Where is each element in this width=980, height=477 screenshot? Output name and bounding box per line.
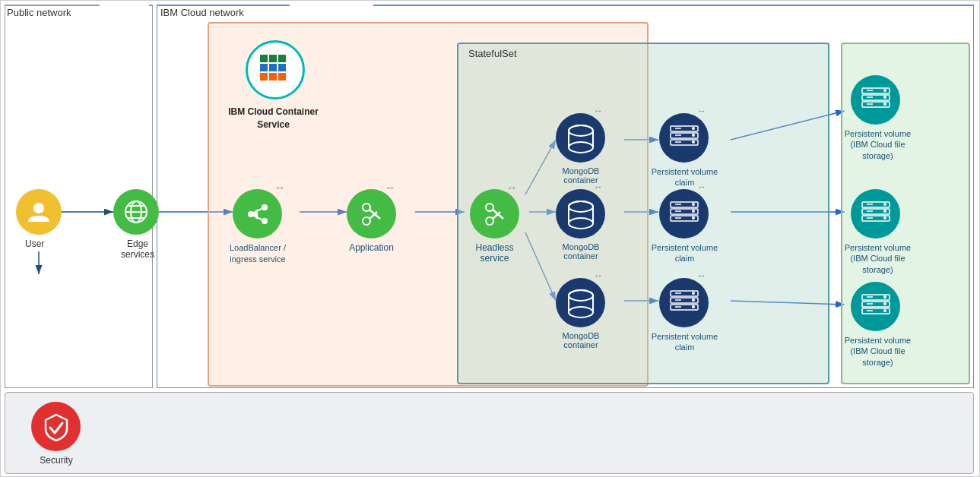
svg-point-81 — [692, 216, 695, 220]
app-resize-icon: ↔ — [385, 182, 395, 194]
svg-point-108 — [883, 216, 886, 220]
svg-point-43 — [486, 217, 493, 225]
mongodb2-resize: ↔ — [594, 182, 603, 192]
public-network-top-right — [149, 5, 153, 6]
ibm-cloud-label: IBM Cloud network — [160, 7, 244, 18]
svg-rect-21 — [278, 64, 286, 71]
headless-service-label: Headless service — [462, 242, 527, 264]
user-icon — [16, 189, 62, 235]
svg-rect-16 — [260, 55, 268, 62]
svg-point-71 — [692, 134, 695, 137]
statefulset-label: StatefulSet — [468, 48, 517, 59]
public-network-top-left — [5, 5, 100, 6]
svg-rect-24 — [278, 73, 286, 81]
pvc3-icon — [659, 278, 709, 327]
loadbalancer-label: LoadBalancer / ingress service — [220, 242, 296, 266]
svg-point-115 — [883, 295, 886, 299]
mongodb2-icon — [556, 189, 605, 238]
svg-point-89 — [692, 299, 695, 302]
public-network-label: Public network — [7, 7, 71, 18]
svg-point-107 — [883, 210, 886, 213]
svg-rect-19 — [260, 64, 268, 71]
pv2-label: Persistent volume (IBM Cloud file storag… — [842, 242, 914, 275]
mongodb1-resize: ↔ — [594, 106, 603, 116]
ibm-cs-icon — [246, 40, 305, 100]
svg-point-98 — [883, 96, 886, 99]
headless-resize-icon: ↔ — [506, 182, 517, 194]
svg-point-38 — [363, 204, 370, 211]
pvc2-icon — [659, 189, 709, 238]
pv3-icon — [851, 282, 900, 331]
svg-point-33 — [262, 218, 268, 224]
svg-rect-59 — [569, 295, 593, 312]
ibm-cs-label: IBM Cloud Container Service — [218, 106, 328, 131]
svg-point-72 — [692, 141, 695, 144]
svg-point-90 — [692, 305, 695, 308]
pvc1-resize: ↔ — [697, 106, 706, 116]
svg-rect-22 — [260, 73, 268, 81]
svg-point-80 — [692, 210, 695, 213]
mongodb1-label: MongoDB container — [547, 166, 615, 185]
pvc3-resize: ↔ — [697, 270, 706, 281]
edge-services-icon — [113, 189, 159, 235]
pv1-label: Persistent volume (IBM Cloud file storag… — [842, 128, 914, 161]
headless-service-icon — [470, 189, 519, 238]
security-icon — [31, 402, 81, 451]
security-label: Security — [33, 455, 79, 466]
lb-resize-icon: ↔ — [274, 182, 285, 194]
svg-point-70 — [692, 127, 695, 130]
svg-point-97 — [883, 89, 886, 92]
pvc1-icon — [659, 113, 709, 163]
svg-point-106 — [883, 203, 886, 206]
svg-point-117 — [883, 309, 886, 312]
svg-point-79 — [692, 203, 695, 206]
ibm-cloud-top-right — [373, 5, 974, 6]
svg-rect-23 — [269, 73, 277, 81]
svg-point-116 — [883, 302, 886, 305]
svg-point-99 — [883, 103, 886, 106]
ibm-cloud-top-left — [157, 5, 290, 6]
mongodb3-icon — [556, 278, 605, 327]
svg-point-31 — [248, 211, 254, 217]
loadbalancer-icon — [233, 189, 282, 238]
pv2-icon — [851, 189, 900, 238]
svg-point-25 — [33, 203, 44, 213]
svg-rect-20 — [269, 64, 277, 71]
pvc1-label: Persistent volume claim — [649, 166, 721, 188]
pvc2-label: Persistent volume claim — [649, 242, 721, 264]
security-region — [5, 392, 974, 474]
diagram-container: Public network IBM Cloud network Statefu… — [0, 0, 980, 477]
svg-point-39 — [363, 217, 370, 225]
pvc2-resize: ↔ — [697, 182, 706, 192]
svg-point-42 — [486, 204, 493, 211]
application-label: Application — [347, 242, 396, 253]
svg-point-88 — [692, 292, 695, 295]
pvc3-label: Persistent volume claim — [649, 331, 721, 353]
edge-services-label: Edge services — [111, 238, 164, 260]
svg-rect-53 — [569, 207, 593, 223]
user-label: User — [25, 238, 44, 249]
mongodb3-label: MongoDB container — [547, 331, 615, 349]
pv3-label: Persistent volume (IBM Cloud file storag… — [842, 335, 914, 368]
application-icon — [347, 189, 396, 238]
svg-marker-37 — [254, 213, 257, 218]
mongodb3-resize: ↔ — [594, 270, 603, 281]
svg-rect-17 — [269, 55, 277, 62]
mongodb1-icon — [556, 113, 605, 163]
pv1-icon — [851, 75, 900, 125]
svg-rect-18 — [278, 55, 286, 62]
svg-point-32 — [262, 204, 268, 210]
mongodb2-label: MongoDB container — [547, 242, 615, 261]
svg-rect-47 — [569, 131, 593, 147]
